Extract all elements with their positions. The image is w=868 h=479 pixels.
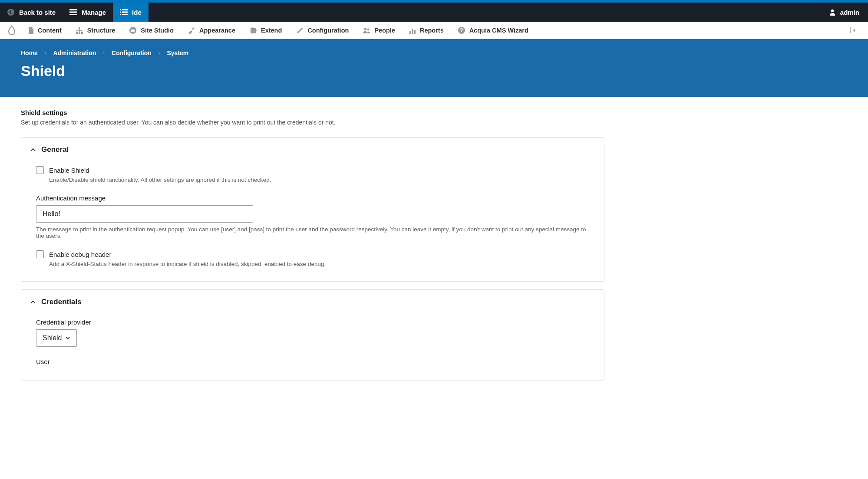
nav-acquia-wizard[interactable]: ? Acquia CMS Wizard	[452, 22, 534, 39]
circle-icon	[129, 26, 137, 34]
user-label: User	[36, 358, 589, 365]
svg-rect-9	[122, 14, 128, 15]
content: Shield settings Set up credentials for a…	[0, 97, 625, 406]
fieldset-general-legend[interactable]: General	[21, 138, 604, 162]
enable-shield-help: Enable/Disable shield functionality. All…	[49, 177, 589, 183]
nav-structure[interactable]: Structure	[70, 22, 120, 39]
back-arrow-icon	[7, 8, 15, 16]
auth-message-help: The message to print in the authenticati…	[36, 226, 589, 239]
enable-debug-checkbox[interactable]	[36, 250, 44, 258]
puzzle-icon	[249, 27, 257, 34]
breadcrumb-configuration[interactable]: Configuration	[112, 49, 152, 56]
user-icon	[829, 9, 836, 16]
user-label: admin	[840, 9, 859, 16]
svg-point-18	[367, 28, 370, 30]
chevron-up-icon	[30, 148, 36, 152]
nav-appearance-label: Appearance	[199, 27, 235, 34]
nav-content-label: Content	[38, 27, 62, 34]
nav-configuration[interactable]: Configuration	[290, 22, 354, 39]
hierarchy-icon	[76, 27, 83, 34]
svg-point-0	[7, 9, 14, 16]
help-icon: ?	[458, 26, 465, 34]
svg-rect-20	[412, 29, 413, 34]
auth-message-label: Authentication message	[36, 194, 589, 202]
nav-reports-label: Reports	[420, 27, 444, 34]
breadcrumb: Home › Administration › Configuration › …	[21, 49, 847, 56]
enable-debug-help: Add a X-Shield-Status header in response…	[49, 261, 589, 267]
page-header: Home › Administration › Configuration › …	[0, 39, 868, 97]
svg-rect-8	[120, 14, 121, 15]
breadcrumb-separator: ›	[103, 50, 105, 56]
nav-reports[interactable]: Reports	[404, 22, 449, 39]
breadcrumb-home[interactable]: Home	[21, 49, 38, 56]
nav-extend[interactable]: Extend	[244, 22, 287, 39]
breadcrumb-administration[interactable]: Administration	[53, 49, 96, 56]
back-to-site-label: Back to site	[19, 9, 56, 16]
auth-message-input[interactable]	[36, 205, 253, 223]
admin-nav: Content Structure Site Studio Appearance…	[0, 22, 868, 39]
section-description: Set up credentials for an authenticated …	[21, 119, 604, 126]
wrench-icon	[296, 27, 304, 34]
svg-rect-21	[414, 30, 416, 34]
credential-provider-value: Shield	[43, 334, 62, 342]
svg-rect-6	[120, 12, 121, 13]
nav-structure-label: Structure	[87, 27, 115, 34]
nav-people-label: People	[374, 27, 395, 34]
nav-acquia-wizard-label: Acquia CMS Wizard	[469, 27, 528, 34]
svg-rect-14	[81, 32, 83, 34]
list-icon	[120, 9, 128, 15]
appearance-icon	[188, 27, 195, 34]
credential-provider-label: Credential provider	[36, 318, 589, 326]
enable-debug-label: Enable debug header	[49, 251, 111, 258]
breadcrumb-separator: ›	[45, 50, 46, 56]
svg-rect-1	[69, 9, 77, 10]
svg-rect-11	[79, 27, 80, 29]
svg-point-10	[831, 10, 834, 12]
nav-configuration-label: Configuration	[307, 27, 349, 34]
svg-text:?: ?	[460, 27, 463, 33]
manage-button[interactable]: Manage	[63, 3, 113, 22]
people-icon	[363, 27, 370, 34]
fieldset-general: General Enable Shield Enable/Disable shi…	[21, 137, 604, 282]
manage-label: Manage	[82, 9, 106, 16]
svg-point-17	[364, 28, 366, 30]
hamburger-icon	[69, 9, 77, 15]
user-menu[interactable]: admin	[820, 3, 868, 22]
ide-label: Ide	[132, 9, 142, 16]
nav-people[interactable]: People	[357, 22, 400, 39]
section-title: Shield settings	[21, 109, 604, 116]
chevron-up-icon	[30, 300, 36, 304]
svg-rect-16	[131, 30, 135, 32]
collapse-sidebar-icon[interactable]	[846, 27, 861, 33]
enable-shield-label: Enable Shield	[49, 167, 89, 174]
svg-rect-5	[122, 9, 128, 10]
enable-shield-checkbox[interactable]	[36, 166, 44, 174]
fieldset-credentials-legend[interactable]: Credentials	[21, 290, 604, 314]
credential-provider-select[interactable]: Shield	[36, 329, 77, 347]
fieldset-credentials: Credentials Credential provider Shield U…	[21, 289, 604, 381]
svg-rect-7	[122, 12, 128, 13]
back-to-site-button[interactable]: Back to site	[0, 3, 63, 22]
nav-content[interactable]: Content	[23, 22, 67, 39]
nav-site-studio[interactable]: Site Studio	[124, 22, 179, 39]
page-title: Shield	[21, 62, 847, 79]
chart-icon	[409, 27, 416, 34]
ide-button[interactable]: Ide	[113, 3, 149, 22]
svg-rect-12	[76, 32, 78, 34]
toolbar: Back to site Manage Ide admin	[0, 3, 868, 22]
fieldset-general-label: General	[41, 145, 69, 154]
svg-rect-4	[120, 9, 121, 10]
nav-extend-label: Extend	[261, 27, 282, 34]
nav-site-studio-label: Site Studio	[141, 27, 174, 34]
nav-appearance[interactable]: Appearance	[182, 22, 241, 39]
breadcrumb-system[interactable]: System	[167, 49, 188, 56]
svg-rect-19	[409, 31, 411, 34]
svg-rect-13	[79, 32, 80, 34]
chevron-down-icon	[65, 336, 70, 340]
fieldset-credentials-label: Credentials	[41, 298, 82, 306]
svg-rect-24	[850, 27, 851, 33]
svg-rect-2	[69, 12, 77, 13]
document-icon	[28, 27, 34, 34]
drupal-logo-icon[interactable]	[7, 25, 17, 36]
breadcrumb-separator: ›	[158, 50, 160, 56]
